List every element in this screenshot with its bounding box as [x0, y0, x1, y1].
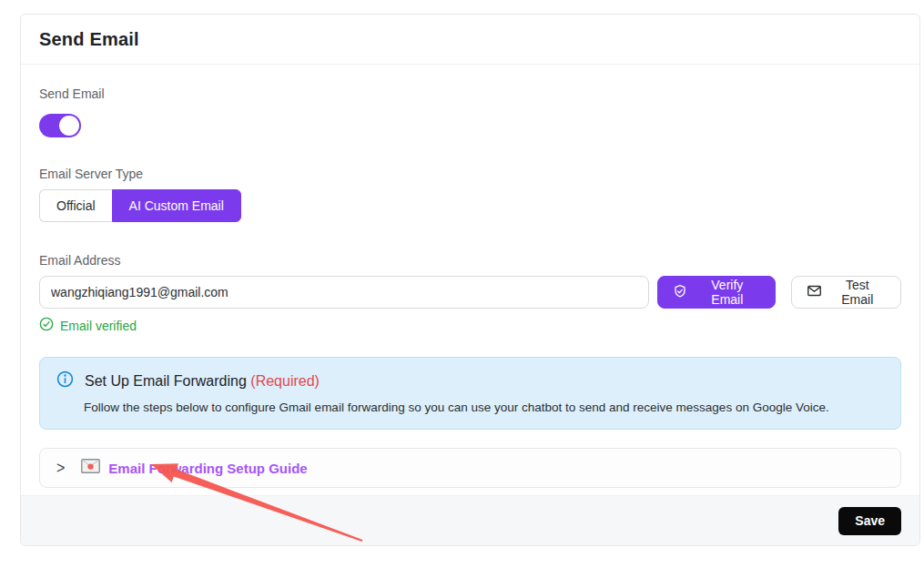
test-email-button[interactable]: Test Email — [791, 276, 901, 309]
forwarding-info-box: Set Up Email Forwarding (Required) Follo… — [39, 357, 901, 430]
check-circle-icon — [39, 317, 54, 334]
email-forwarding-guide-accordion[interactable]: > Email Forwarding Setup Guide — [39, 448, 901, 488]
guide-link-label[interactable]: Email Forwarding Setup Guide — [108, 461, 307, 476]
email-address-label: Email Address — [39, 253, 901, 268]
required-badge: (Required) — [250, 373, 320, 389]
server-type-ai-custom-button[interactable]: AI Custom Email — [112, 189, 241, 222]
save-button[interactable]: Save — [838, 507, 901, 535]
email-verified-label: Email verified — [60, 319, 137, 333]
email-envelope-icon — [81, 459, 100, 477]
info-circle-icon — [56, 370, 74, 391]
email-address-row: Verify Email Test Email — [39, 276, 901, 309]
card-header: Send Email — [21, 15, 919, 65]
server-type-official-button[interactable]: Official — [39, 189, 112, 222]
chevron-right-icon[interactable]: > — [56, 459, 65, 478]
verify-email-button[interactable]: Verify Email — [657, 276, 776, 309]
toggle-knob-icon — [59, 116, 79, 136]
send-email-toggle[interactable] — [39, 114, 81, 137]
card-footer: Save — [21, 495, 919, 545]
page-title: Send Email — [39, 29, 139, 50]
shield-check-icon — [673, 284, 687, 301]
email-verified-status: Email verified — [39, 317, 901, 334]
mail-icon — [807, 283, 822, 301]
info-box-title: Set Up Email Forwarding (Required) — [85, 373, 320, 390]
email-server-type-segmented: Official AI Custom Email — [39, 189, 241, 222]
send-email-card: Send Email Send Email Email Server Type … — [20, 14, 920, 546]
verify-email-label: Verify Email — [695, 278, 760, 307]
send-email-toggle-label: Send Email — [39, 86, 901, 101]
info-box-body: Follow the steps below to configure Gmai… — [84, 401, 884, 414]
test-email-label: Test Email — [829, 278, 886, 307]
info-title-row: Set Up Email Forwarding (Required) — [56, 370, 884, 391]
card-body: Send Email Email Server Type Official AI… — [21, 65, 919, 488]
email-address-input[interactable] — [39, 276, 649, 309]
email-server-type-label: Email Server Type — [39, 167, 901, 181]
